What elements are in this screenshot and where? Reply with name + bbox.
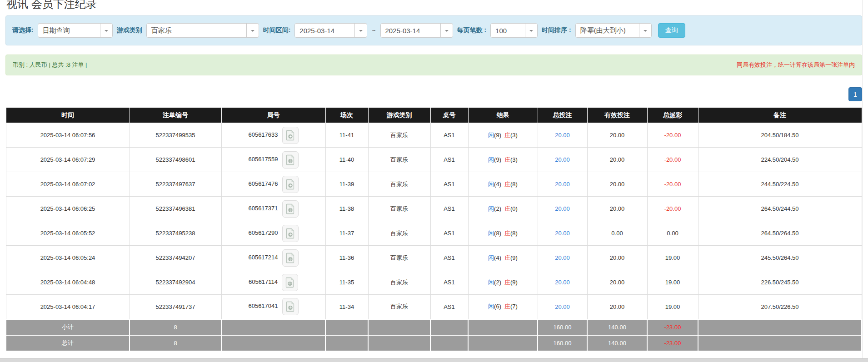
table-row: 2025-03-14 06:06:25 522337496381 6056173… bbox=[6, 197, 862, 221]
result-cell: 闲(2)庄(9) bbox=[468, 270, 538, 295]
result-cell: 闲(2)庄(0) bbox=[468, 197, 538, 221]
subtotal-row: 小计 8 160.00 140.00 -23.00 bbox=[6, 319, 862, 335]
scrollbar-horizontal-track[interactable] bbox=[0, 358, 868, 362]
table-no: AS1 bbox=[430, 270, 468, 295]
bet-id: 522337495238 bbox=[130, 221, 221, 246]
date-to-input[interactable]: 2025-03-14 bbox=[380, 23, 453, 38]
player-score: (6) bbox=[494, 303, 501, 310]
subtotal-count: 8 bbox=[130, 319, 221, 335]
total-bet-link[interactable]: 20.00 bbox=[555, 132, 570, 139]
date-from-value: 2025-03-14 bbox=[295, 27, 339, 35]
round-cell: 605617290 bbox=[221, 221, 325, 246]
date-from-input[interactable]: 2025-03-14 bbox=[294, 23, 367, 38]
total-bet-link[interactable]: 20.00 bbox=[555, 205, 570, 212]
valid-bet-notice: 同局有效投注，统一计算在该局第一张注单内 bbox=[737, 61, 855, 69]
game-type: 百家乐 bbox=[368, 172, 430, 197]
player-score: (2) bbox=[494, 205, 501, 212]
per-page-select[interactable]: 100 bbox=[490, 23, 538, 38]
table-row: 2025-03-14 06:04:48 522337492904 6056171… bbox=[6, 270, 862, 295]
total-bet-link[interactable]: 20.00 bbox=[555, 181, 570, 188]
col-header-total-bet: 总投注 bbox=[538, 108, 587, 123]
banker-result: 庄 bbox=[504, 254, 510, 261]
banker-result: 庄 bbox=[504, 181, 510, 188]
subtotal-valid-bet: 140.00 bbox=[587, 319, 647, 335]
player-result: 闲 bbox=[488, 254, 494, 261]
valid-bet: 20.00 bbox=[587, 246, 647, 270]
chevron-down-icon bbox=[100, 24, 112, 37]
bet-id: 522337496381 bbox=[130, 197, 221, 221]
video-file-icon bbox=[286, 203, 295, 214]
query-type-select[interactable]: 日期查询 bbox=[38, 23, 113, 38]
video-file-icon bbox=[286, 228, 295, 239]
payout: 19.00 bbox=[647, 295, 698, 319]
session: 11-39 bbox=[325, 172, 368, 197]
page-title: 视讯 会员下注纪录 bbox=[6, 0, 862, 11]
video-replay-button[interactable] bbox=[282, 249, 299, 267]
round-id: 605617290 bbox=[248, 229, 278, 236]
search-button[interactable]: 查询 bbox=[658, 23, 685, 38]
total-bet-cell: 20.00 bbox=[538, 295, 587, 319]
total-bet-link[interactable]: 20.00 bbox=[555, 254, 570, 261]
chevron-down-icon bbox=[246, 24, 259, 37]
chevron-down-icon bbox=[354, 24, 367, 37]
total-bet-cell: 20.00 bbox=[538, 246, 587, 270]
time-range-label: 时间区间: bbox=[263, 26, 291, 35]
banker-result: 庄 bbox=[504, 279, 510, 286]
total-label: 总计 bbox=[6, 335, 130, 351]
game-type: 百家乐 bbox=[368, 270, 430, 295]
banker-score: (9) bbox=[510, 254, 518, 261]
total-bet-link[interactable]: 20.00 bbox=[555, 230, 570, 237]
banker-result: 庄 bbox=[504, 132, 510, 139]
round-cell: 605617214 bbox=[221, 246, 325, 270]
round-cell: 605617633 bbox=[221, 123, 325, 148]
game-type: 百家乐 bbox=[368, 295, 430, 319]
total-bet-link[interactable]: 20.00 bbox=[555, 303, 570, 310]
player-result: 闲 bbox=[488, 230, 494, 237]
result-cell: 闲(9)庄(3) bbox=[468, 123, 538, 148]
video-replay-button[interactable] bbox=[282, 298, 299, 315]
table-no: AS1 bbox=[430, 123, 468, 148]
total-bet-link[interactable]: 20.00 bbox=[555, 279, 570, 286]
video-replay-button[interactable] bbox=[282, 176, 299, 193]
table-no: AS1 bbox=[430, 295, 468, 319]
remark: 245.50/264.50 bbox=[698, 246, 862, 270]
banker-result: 庄 bbox=[504, 205, 510, 212]
bet-id: 522337494207 bbox=[130, 246, 221, 270]
table-no: AS1 bbox=[430, 148, 468, 172]
round-id: 605617041 bbox=[248, 303, 278, 310]
session: 11-41 bbox=[325, 123, 368, 148]
total-bet-link[interactable]: 20.00 bbox=[555, 156, 570, 163]
video-replay-button[interactable] bbox=[282, 200, 299, 218]
player-score: (9) bbox=[494, 132, 501, 139]
player-score: (2) bbox=[494, 279, 501, 286]
total-total-bet: 160.00 bbox=[538, 335, 587, 351]
video-replay-button[interactable] bbox=[282, 151, 299, 169]
game-type-select[interactable]: 百家乐 bbox=[146, 23, 259, 38]
col-header-round: 局号 bbox=[221, 108, 325, 123]
game-type-value: 百家乐 bbox=[147, 26, 176, 35]
table-row: 2025-03-14 06:05:24 522337494207 6056172… bbox=[6, 246, 862, 270]
pagination: 1 bbox=[5, 87, 862, 101]
page-1-button[interactable]: 1 bbox=[848, 87, 862, 101]
table-row: 2025-03-14 06:07:02 522337497637 6056174… bbox=[6, 172, 862, 197]
banker-score: (0) bbox=[510, 205, 518, 212]
video-replay-button[interactable] bbox=[282, 225, 299, 242]
time-sort-label: 时间排序 : bbox=[542, 26, 571, 35]
video-replay-button[interactable] bbox=[282, 274, 298, 291]
table-row: 2025-03-14 06:07:56 522337499535 6056176… bbox=[6, 123, 862, 148]
round-cell: 605617114 bbox=[221, 270, 325, 295]
game-type: 百家乐 bbox=[368, 123, 430, 148]
total-bet-cell: 20.00 bbox=[538, 123, 587, 148]
col-header-game: 游戏类别 bbox=[368, 108, 430, 123]
player-result: 闲 bbox=[488, 181, 494, 188]
table-row: 2025-03-14 06:07:29 522337498601 6056175… bbox=[6, 148, 862, 172]
video-file-icon bbox=[286, 130, 295, 141]
banker-score: (7) bbox=[510, 303, 518, 310]
valid-bet: 20.00 bbox=[587, 172, 647, 197]
video-replay-button[interactable] bbox=[282, 127, 299, 144]
result-cell: 闲(6)庄(7) bbox=[468, 295, 538, 319]
video-file-icon bbox=[286, 253, 295, 263]
player-score: (4) bbox=[494, 254, 501, 261]
time-sort-select[interactable]: 降幂(由大到小) bbox=[575, 23, 652, 38]
scrollbar-vertical-track[interactable] bbox=[863, 0, 863, 358]
